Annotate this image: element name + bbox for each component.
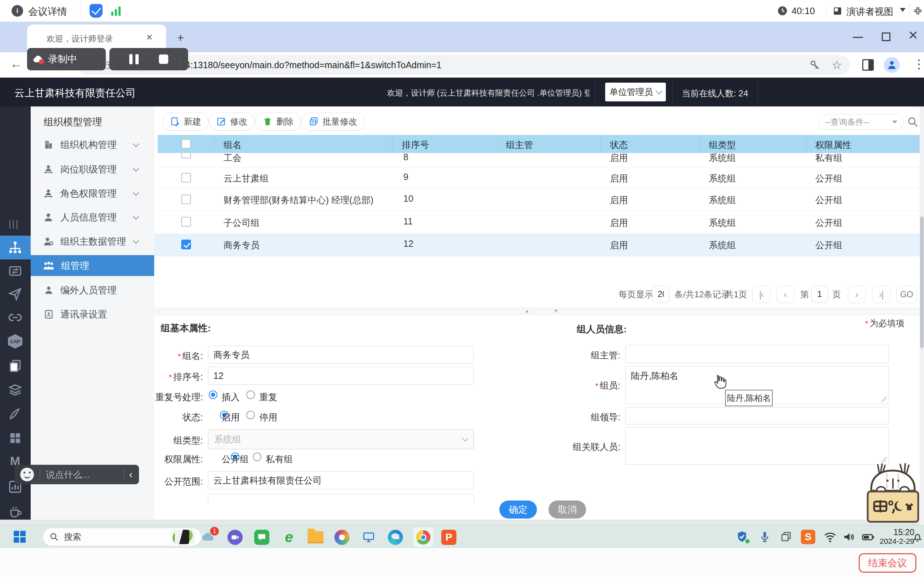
pause-recording-button[interactable] (129, 54, 139, 64)
related-textarea[interactable] (625, 427, 889, 465)
tray-sogou-icon[interactable]: S (801, 530, 815, 544)
sidebar-item-org-structure[interactable]: 组织机构管理 (31, 134, 154, 155)
dup-repeat-option[interactable]: 重复 (259, 391, 277, 403)
manager-input[interactable] (625, 345, 889, 363)
start-button[interactable] (14, 531, 26, 543)
splitter-down-icon[interactable]: ▼ (554, 308, 558, 314)
collapse-chat-icon[interactable]: ‹ (129, 469, 132, 480)
sidebar-item-master-data[interactable]: 组织主数据管理 (31, 231, 154, 252)
taskbar-app-thispc[interactable] (361, 530, 376, 545)
modify-button[interactable]: 修改 (209, 113, 255, 131)
rail-menu-icon[interactable]: ||| (9, 218, 19, 229)
table-row[interactable]: 工会 8 启用 系统组 私有组 (158, 153, 921, 168)
splitter-up-icon[interactable]: ▲ (525, 308, 529, 314)
tray-mic-icon[interactable] (758, 530, 771, 544)
status-disable-radio[interactable] (246, 411, 255, 419)
meeting-info-icon[interactable]: i (11, 5, 23, 16)
rail-org-icon[interactable] (8, 240, 23, 255)
exit-fullscreen-icon[interactable] (913, 5, 923, 16)
rail-card-icon[interactable] (8, 264, 23, 278)
taskbar-app-meeting[interactable] (228, 530, 242, 545)
clipped-input[interactable] (208, 494, 475, 503)
taskbar-app-edge[interactable] (388, 530, 403, 545)
window-minimize-button[interactable] (853, 37, 863, 38)
select-all-checkbox[interactable] (181, 139, 191, 149)
query-condition-select[interactable]: --查询条件-- (818, 114, 904, 130)
tray-notification-bell-icon[interactable] (911, 530, 924, 544)
row-checkbox-checked[interactable] (181, 240, 191, 249)
view-layout-icon[interactable] (833, 6, 842, 16)
dup-insert-option[interactable]: 插入 (222, 391, 240, 403)
stop-recording-button[interactable] (159, 55, 168, 64)
taskbar-app-wechat[interactable] (254, 530, 269, 545)
group-name-input[interactable] (208, 346, 474, 364)
taskbar-app-explorer[interactable] (308, 531, 323, 543)
rail-cup-icon[interactable] (8, 504, 23, 519)
rail-documents-icon[interactable] (8, 359, 23, 373)
sidebar-item-group-management[interactable]: 组管理 (31, 255, 154, 276)
tray-clock[interactable]: 15:20 2024-2-29 (878, 527, 914, 546)
window-maximize-button[interactable] (882, 32, 890, 41)
emoji-smiley-icon[interactable] (20, 467, 34, 481)
perm-private-option[interactable]: 私有组 (266, 453, 293, 465)
sidebar-item-position-rank[interactable]: 岗位职级管理 (31, 159, 154, 180)
scope-input[interactable] (208, 471, 474, 489)
rail-books-icon[interactable] (8, 382, 23, 397)
back-icon[interactable]: ← (10, 56, 23, 71)
tray-volume-icon[interactable] (842, 530, 856, 544)
row-checkbox[interactable] (181, 173, 191, 182)
row-checkbox[interactable] (181, 195, 191, 204)
table-row[interactable]: 云上甘肃组 9 启用 系统组 公开组 (158, 167, 921, 189)
delete-button[interactable]: 删除 (255, 113, 301, 131)
status-enable-option[interactable]: 启用 (222, 411, 240, 423)
taskbar-app-photos-dark[interactable] (175, 530, 189, 544)
meeting-detail-label[interactable]: 会议详情 (28, 5, 67, 18)
go-button[interactable]: GO (896, 286, 917, 303)
table-row[interactable]: 财务管理部(财务结算中心) 经理(总部) 10 启用 系统组 公开组 (158, 189, 921, 211)
sidebar-item-contacts-settings[interactable]: 通讯录设置 (31, 304, 154, 325)
tray-wifi-icon[interactable] (823, 530, 837, 544)
prev-page-button[interactable]: ‹ (776, 286, 795, 303)
last-page-button[interactable]: ›| (872, 286, 890, 303)
ime-mascot[interactable] (865, 463, 921, 525)
rail-link-icon[interactable] (8, 310, 23, 325)
tray-security-icon[interactable] (736, 530, 750, 544)
meeting-shield-icon[interactable] (90, 4, 103, 18)
new-tab-button[interactable]: + (173, 30, 189, 45)
order-input[interactable] (208, 367, 474, 385)
window-close-button[interactable]: × (908, 26, 918, 44)
first-page-button[interactable]: |‹ (752, 286, 770, 303)
dup-insert-radio[interactable] (209, 390, 217, 399)
view-mode-caret-icon[interactable] (900, 8, 906, 12)
resize-handle-icon[interactable] (881, 396, 887, 402)
role-select[interactable]: 单位管理员 (605, 83, 666, 102)
sidebar-item-external-personnel[interactable]: 编外人员管理 (31, 280, 154, 301)
tab-close-icon[interactable]: × (146, 31, 153, 43)
column-header-type[interactable]: 组类型 (709, 139, 736, 151)
address-pill[interactable]: ⚠ 不安全 124.152.93.44:13180/seeyon/main.do… (76, 55, 850, 75)
taskbar-app-ie[interactable]: e (281, 529, 297, 545)
bookmark-star-icon[interactable]: ☆ (832, 58, 842, 72)
profile-avatar[interactable] (884, 57, 900, 73)
row-checkbox[interactable] (181, 153, 191, 158)
sidebar-item-personnel-info[interactable]: 人员信息管理 (31, 207, 154, 228)
column-header-manager[interactable]: 组主管 (506, 139, 533, 151)
end-meeting-button[interactable]: 结束会议 (859, 553, 916, 573)
status-disable-option[interactable]: 停用 (259, 411, 277, 423)
browser-menu-icon[interactable]: ⋮ (913, 56, 924, 71)
url-text[interactable]: 124.152.93.44:13180/seeyon/main.do?metho… (132, 60, 805, 70)
chat-placeholder[interactable]: 说点什么... (46, 469, 119, 481)
rail-send-icon[interactable] (8, 287, 23, 301)
column-header-name[interactable]: 组名 (223, 139, 242, 151)
row-checkbox[interactable] (181, 217, 191, 227)
per-page-input[interactable] (652, 286, 669, 302)
cancel-button[interactable]: 取消 (548, 501, 586, 519)
taskbar-app-cloud[interactable]: 1 (201, 530, 216, 544)
column-header-order[interactable]: 排序号 (402, 139, 429, 151)
rail-cap-icon[interactable]: CAP (8, 334, 23, 348)
resize-handle-icon[interactable] (881, 457, 887, 463)
password-key-icon[interactable] (809, 59, 821, 71)
taskbar-app-photos[interactable] (334, 530, 349, 545)
column-header-perm[interactable]: 权限属性 (815, 139, 851, 151)
panel-splitter[interactable]: ▲ ▼ (154, 308, 920, 315)
